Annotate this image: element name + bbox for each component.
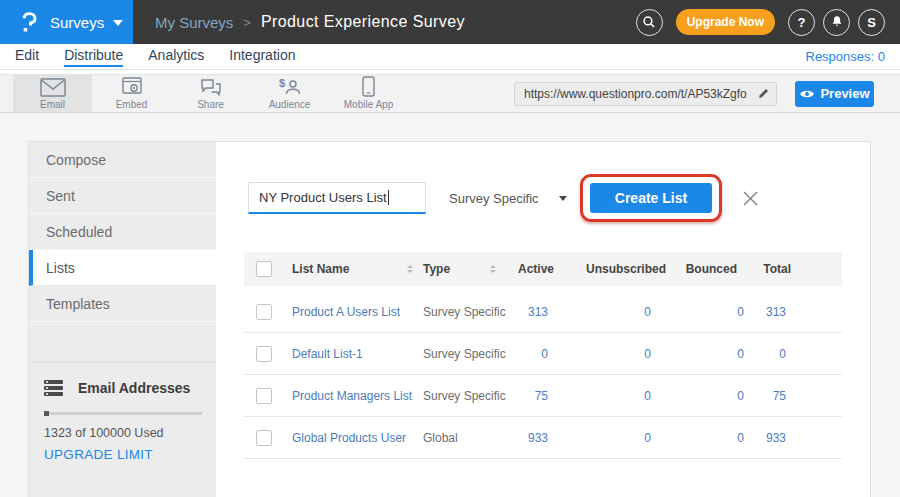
table-header-row: List Name Type Active Unsubscribed Bounc… (244, 252, 842, 286)
content-area: Compose Sent Scheduled Lists Templates E… (0, 113, 900, 497)
sidebar-item-lists[interactable]: Lists (29, 250, 216, 286)
col-active: Active (506, 262, 554, 276)
page-title: Product Experience Survey (261, 13, 465, 31)
list-name-link[interactable]: Global Products User (284, 431, 423, 445)
tab-distribute[interactable]: Distribute (64, 47, 123, 67)
email-sidebar: Compose Sent Scheduled Lists Templates E… (29, 142, 216, 497)
sort-icon[interactable] (407, 265, 413, 273)
notifications-button[interactable] (823, 9, 850, 36)
table-row: Product Managers List Survey Specific 75… (244, 375, 842, 417)
channel-share[interactable]: Share (171, 75, 250, 112)
create-list-button[interactable]: Create List (590, 183, 712, 213)
responses-count[interactable]: Responses: 0 (806, 49, 886, 64)
email-icon (40, 77, 66, 97)
breadcrumb-separator: > (243, 15, 251, 30)
breadcrumb: My Surveys > Product Experience Survey (155, 13, 465, 31)
select-all-checkbox[interactable] (256, 261, 272, 277)
col-unsubscribed: Unsubscribed (554, 262, 666, 276)
table-row: Global Products User Global 933 0 0 933 (244, 417, 842, 459)
top-header: Surveys My Surveys > Product Experience … (0, 0, 900, 44)
audience-icon: $ (278, 77, 301, 97)
close-icon (742, 190, 759, 207)
table-row: Product A Users List Survey Specific 313… (244, 291, 842, 333)
close-button[interactable] (742, 190, 759, 207)
breadcrumb-my-surveys[interactable]: My Surveys (155, 14, 233, 31)
col-bounced: Bounced (666, 262, 744, 276)
col-total: Total (744, 262, 791, 276)
email-addresses-icon (44, 379, 63, 397)
annotation-highlight: Create List (580, 174, 722, 222)
chevron-down-icon (113, 20, 123, 26)
questionpro-logo-icon (18, 9, 40, 35)
survey-nav: Edit Distribute Analytics Integration Re… (0, 44, 900, 70)
row-checkbox[interactable] (256, 304, 272, 320)
edit-url-icon[interactable] (757, 87, 770, 100)
embed-icon (122, 77, 142, 97)
email-addresses-title: Email Addresses (78, 380, 190, 396)
email-addresses-section: Email Addresses 1323 of 100000 Used UPGR… (29, 362, 216, 462)
survey-url-value: https://www.questionpro.com/t/AP53kZgfo (524, 87, 757, 101)
share-icon (200, 77, 222, 97)
product-menu-label: Surveys (50, 14, 104, 31)
list-name-link[interactable]: Product Managers List (284, 389, 423, 403)
email-usage-text: 1323 of 100000 Used (44, 426, 202, 440)
channel-embed[interactable]: Embed (92, 75, 171, 112)
table-row: Default List-1 Survey Specific 0 0 0 0 (244, 333, 842, 375)
list-name-link[interactable]: Default List-1 (284, 347, 423, 361)
distribute-toolbar: Email Embed Share $ Audience Mobile App (0, 74, 900, 113)
email-usage-progressbar (44, 412, 202, 415)
preview-button[interactable]: Preview (795, 81, 874, 107)
sidebar-item-compose[interactable]: Compose (29, 142, 216, 178)
eye-icon (799, 88, 815, 100)
lists-panel: NY Product Users List Survey Specific Cr… (216, 142, 870, 497)
lists-table: List Name Type Active Unsubscribed Bounc… (244, 252, 842, 459)
list-name-input[interactable]: NY Product Users List (248, 182, 426, 214)
channel-email[interactable]: Email (13, 75, 92, 112)
list-type-dropdown[interactable]: Survey Specific (449, 191, 567, 206)
channel-mobile-app[interactable]: Mobile App (329, 75, 408, 112)
sidebar-item-templates[interactable]: Templates (29, 286, 216, 322)
svg-text:$: $ (279, 77, 285, 89)
tab-analytics[interactable]: Analytics (148, 47, 204, 67)
survey-url-field[interactable]: https://www.questionpro.com/t/AP53kZgfo (514, 82, 777, 106)
list-name-link[interactable]: Product A Users List (284, 305, 423, 319)
col-type[interactable]: Type (423, 262, 450, 276)
search-button[interactable] (636, 9, 663, 36)
surveys-menu[interactable]: Surveys (0, 0, 133, 44)
channel-audience[interactable]: $ Audience (250, 75, 329, 112)
row-checkbox[interactable] (256, 430, 272, 446)
account-avatar[interactable]: S (858, 9, 885, 36)
search-icon (642, 15, 656, 29)
mobile-app-icon (362, 77, 375, 97)
text-cursor (388, 190, 389, 205)
sidebar-item-scheduled[interactable]: Scheduled (29, 214, 216, 250)
upgrade-limit-link[interactable]: UPGRADE LIMIT (44, 447, 202, 462)
tab-edit[interactable]: Edit (15, 47, 39, 67)
email-lists-card: Compose Sent Scheduled Lists Templates E… (28, 141, 871, 497)
sort-icon[interactable] (490, 265, 496, 273)
row-checkbox[interactable] (256, 346, 272, 362)
help-button[interactable]: ? (788, 9, 815, 36)
sidebar-item-sent[interactable]: Sent (29, 178, 216, 214)
row-checkbox[interactable] (256, 388, 272, 404)
col-list-name[interactable]: List Name (292, 262, 349, 276)
upgrade-now-button[interactable]: Upgrade Now (676, 9, 775, 35)
tab-integration[interactable]: Integration (229, 47, 295, 67)
chevron-down-icon (559, 196, 567, 201)
bell-icon (829, 14, 845, 30)
